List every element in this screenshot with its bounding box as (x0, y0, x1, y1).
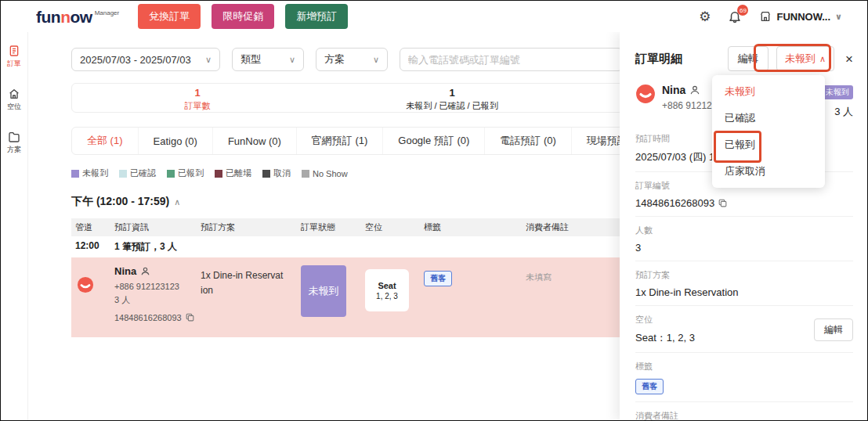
sidebar-item-plans[interactable]: 方案 (7, 131, 21, 155)
tab-eatigo[interactable]: Eatigo (0) (139, 128, 213, 154)
menu-item-store-cancel[interactable]: 店家取消 (712, 158, 825, 185)
logo-text-part: n (60, 8, 70, 26)
chevron-down-icon: ∨ (373, 55, 379, 65)
table-header-row: 管道 預訂資訊 預訂方案 訂單狀態 空位 標籤 消費者備註 (71, 218, 620, 236)
order-id: 14848616268093 (114, 313, 182, 322)
close-icon[interactable]: × (845, 52, 853, 66)
note-text: 未填寫 (526, 265, 624, 326)
funnow-channel-icon (77, 276, 94, 293)
funnow-logo[interactable]: funnow Manager (36, 9, 119, 25)
field-value: Seat：1, 2, 3 (635, 331, 695, 345)
tab-all[interactable]: 全部 (1) (72, 128, 139, 154)
channel-cell (75, 265, 114, 326)
notifications-bell-icon[interactable]: 69 (728, 9, 742, 23)
tab-phone[interactable]: 電話預訂 (0) (485, 128, 572, 154)
orders-icon (8, 45, 20, 57)
person-icon (140, 266, 150, 276)
legend-label: 已確認 (130, 167, 156, 179)
settings-gear-icon[interactable]: ⚙ (699, 10, 711, 23)
tab-funnow[interactable]: FunNow (0) (213, 128, 297, 154)
top-bar: funnow Manager 兌換訂單 限時促銷 新增預訂 ⚙ 69 FUNNO… (1, 1, 867, 32)
sidebar-item-seats[interactable]: 空位 (7, 88, 21, 112)
sidebar-item-orders[interactable]: 訂單 (7, 45, 21, 69)
plan-filter-select[interactable]: 方案 ∨ (316, 48, 388, 71)
redeem-order-button[interactable]: 兌換訂單 (138, 4, 201, 29)
tab-google[interactable]: Google 預訂 (0) (383, 128, 485, 154)
new-booking-button[interactable]: 新增預訂 (285, 4, 348, 29)
chevron-down-icon: ∨ (289, 55, 295, 65)
logo-text-part: ow (70, 8, 92, 26)
booking-plan: 1x Dine-in Reservation (201, 265, 284, 326)
date-range-value: 2025/07/03 - 2025/07/03 (80, 54, 191, 66)
date-range-picker[interactable]: 2025/07/03 - 2025/07/03 ∨ (71, 48, 220, 71)
guest-party: 3 人 (114, 294, 201, 306)
legend-label: 取消 (273, 167, 291, 179)
funnow-channel-icon (635, 84, 656, 119)
legend-label: 已報到 (178, 167, 204, 179)
flash-promo-button[interactable]: 限時促銷 (212, 4, 274, 29)
store-icon (759, 10, 772, 23)
customer-party: 3 人 (822, 105, 853, 119)
tag-badge: 舊客 (424, 271, 452, 286)
customer-status-badge: 未報到 (822, 85, 853, 99)
topbar-right-actions: ⚙ 69 FUNNOW... ∨ (699, 9, 867, 23)
menu-item-confirmed[interactable]: 已確認 (712, 105, 825, 131)
field-value: 3 (635, 242, 853, 254)
field-label: 消費者備註 (635, 410, 853, 421)
booking-status-cell: 未報到 (301, 265, 365, 326)
field-label: 空位 (635, 314, 695, 326)
column-header: 預訂方案 (201, 221, 301, 233)
tag-cell: 舊客 (424, 265, 526, 326)
legend-label: No Show (313, 169, 348, 178)
customer-name: Nina (662, 84, 685, 96)
time-group-time: 12:00 (75, 240, 114, 254)
chevron-up-icon: ∧ (819, 54, 826, 64)
sidebar-item-label: 訂單 (7, 59, 21, 69)
status-count-value: 1 (323, 87, 581, 100)
customer-status: 未報到 3 人 (822, 84, 853, 119)
account-menu[interactable]: FUNNOW... ∨ (759, 10, 842, 23)
search-input[interactable] (408, 54, 614, 66)
time-section-title: 下午 (12:00 - 17:59) (71, 195, 169, 209)
person-icon[interactable] (689, 85, 700, 95)
legend-item: No Show (302, 169, 348, 178)
legend-swatch (119, 170, 127, 178)
menu-item-not-arrived[interactable]: 未報到 (712, 78, 825, 105)
seat-cell: Seat 1, 2, 3 (365, 265, 424, 326)
booking-row[interactable]: Nina +886 912123123 3 人 14848616268093 1… (71, 257, 620, 337)
sidebar-item-label: 方案 (7, 145, 21, 155)
legend-swatch (302, 170, 309, 178)
menu-item-checked-in[interactable]: 已報到 (712, 131, 825, 158)
column-header: 訂單狀態 (301, 221, 365, 233)
legend-item: 已確認 (119, 167, 156, 179)
seat-box: Seat 1, 2, 3 (365, 269, 409, 311)
column-header: 空位 (365, 221, 424, 233)
edit-button[interactable]: 編輯 (728, 46, 769, 71)
field-value: 14848616268093 (635, 197, 714, 209)
status-dropdown-label: 未報到 (785, 52, 816, 66)
field-label: 標籤 (635, 361, 853, 372)
tag-badge: 舊客 (635, 379, 664, 394)
column-header: 消費者備註 (526, 221, 624, 233)
order-count-label: 訂單數 (72, 100, 323, 112)
seats-icon (8, 88, 20, 100)
panel-header: 訂單明細 編輯 未報到 ∧ × (635, 46, 853, 71)
plan-filter-label: 方案 (324, 52, 345, 67)
guest-phone: +886 912123123 (114, 282, 201, 291)
order-count-value: 1 (72, 87, 323, 100)
copy-icon[interactable] (185, 312, 195, 322)
field-tag: 標籤 舊客 (635, 353, 853, 402)
time-group-summary: 1 筆預訂，3 人 (114, 240, 624, 254)
status-dropdown-button[interactable]: 未報到 ∧ (776, 46, 834, 71)
status-count-label: 未報到 / 已確認 / 已報到 (323, 100, 581, 112)
type-filter-label: 類型 (241, 52, 261, 67)
seat-edit-button[interactable]: 編輯 (814, 318, 853, 341)
status-dropdown-menu: 未報到 已確認 已報到 店家取消 (712, 75, 825, 188)
field-consumer-note: 消費者備註 (635, 402, 853, 421)
legend-swatch (167, 170, 175, 178)
tab-website[interactable]: 官網預訂 (1) (297, 128, 384, 154)
type-filter-select[interactable]: 類型 ∨ (232, 48, 304, 71)
time-group-row: 12:00 1 筆預訂，3 人 (71, 236, 620, 257)
copy-icon[interactable] (718, 198, 728, 208)
seat-title: Seat (378, 281, 396, 290)
